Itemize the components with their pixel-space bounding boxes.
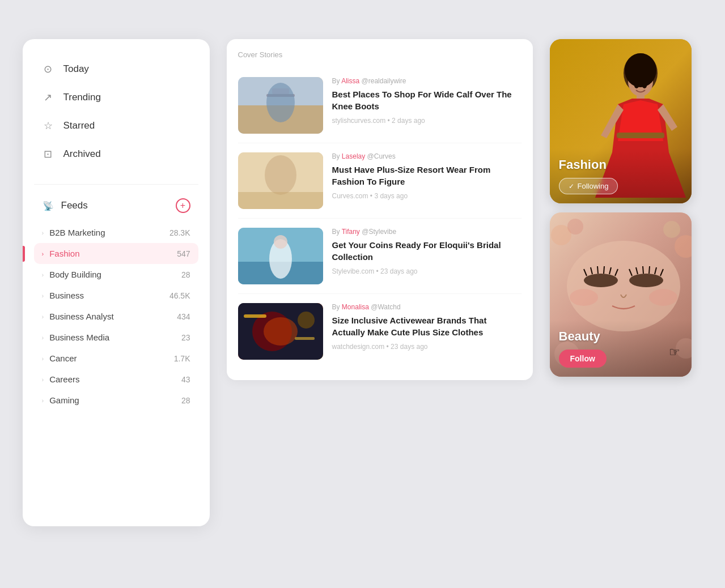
feed-count: 28 xyxy=(181,270,190,279)
svg-point-17 xyxy=(298,312,315,329)
chevron-right-icon: › xyxy=(42,271,44,278)
feed-item-business[interactable]: › Business 46.5K xyxy=(34,285,198,306)
feed-item-bodybuilding[interactable]: › Body Building 28 xyxy=(34,264,198,285)
beauty-card-name: Beauty xyxy=(559,329,682,344)
feed-name: Gaming xyxy=(49,395,181,405)
feed-name: Careers xyxy=(49,374,181,384)
cursor-icon: ☞ xyxy=(669,345,680,360)
sidebar-item-starred[interactable]: ☆ Starred xyxy=(34,113,198,139)
feed-count: 46.5K xyxy=(169,291,190,300)
following-button[interactable]: ✓ Following xyxy=(559,178,618,194)
feed-item-cancer[interactable]: › Cancer 1.7K xyxy=(34,348,198,369)
feeds-header: 📡 Feeds + xyxy=(34,194,198,218)
article-thumbnail-1 xyxy=(238,77,323,134)
feed-name: Business Media xyxy=(49,333,181,342)
feed-count: 28 xyxy=(181,396,190,405)
article-thumbnail-4 xyxy=(238,303,323,360)
svg-point-11 xyxy=(274,235,287,249)
sidebar-item-label-today: Today xyxy=(63,63,89,75)
cover-stories-card: Cover Stories By Alissa xyxy=(227,39,533,380)
chevron-right-icon: › xyxy=(42,376,44,383)
fashion-card-background: Fashion ✓ Following xyxy=(550,39,692,203)
svg-point-43 xyxy=(649,289,677,306)
feeds-title-wrap: 📡 Feeds xyxy=(42,199,88,212)
article-item[interactable]: By Laselay @Curves Must Have Plus-Size R… xyxy=(238,143,522,219)
add-feed-button[interactable]: + xyxy=(176,198,190,213)
chevron-right-icon: › xyxy=(42,292,44,299)
fashion-card-overlay: Fashion ✓ Following xyxy=(550,148,692,203)
feed-count: 1.7K xyxy=(174,354,190,363)
article-body-4: By Monalisa @Watchd Size Inclusive Activ… xyxy=(332,303,522,360)
svg-line-38 xyxy=(643,266,643,274)
article-source-4: watchdesign.com • 23 days ago xyxy=(332,343,522,351)
article-meta-4: By Monalisa @Watchd xyxy=(332,303,522,311)
divider xyxy=(34,184,198,185)
chevron-right-icon: › xyxy=(42,250,44,257)
article-title-4: Size Inclusive Activewear Brands That Ac… xyxy=(332,314,522,338)
feed-name: Business Analyst xyxy=(49,312,177,321)
check-icon: ✓ xyxy=(569,182,574,190)
starred-icon: ☆ xyxy=(42,120,54,132)
feed-name: Cancer xyxy=(49,353,174,363)
sidebar-item-label-archived: Archived xyxy=(63,148,101,160)
author-link-1[interactable]: Alissa xyxy=(341,77,359,85)
svg-point-6 xyxy=(265,155,296,195)
svg-point-42 xyxy=(570,289,598,306)
feed-item-biz-analyst[interactable]: › Business Analyst 434 xyxy=(34,306,198,327)
svg-rect-16 xyxy=(295,337,315,340)
feeds-label: Feeds xyxy=(61,200,88,211)
feed-name: Body Building xyxy=(49,270,181,279)
feed-name: B2B Marketing xyxy=(49,228,169,237)
chevron-right-icon: › xyxy=(42,397,44,404)
article-meta-2: By Laselay @Curves xyxy=(332,152,522,160)
trending-icon: ↗ xyxy=(42,91,54,104)
svg-line-33 xyxy=(604,266,604,274)
author-link-3[interactable]: Tifany xyxy=(342,228,360,236)
feeds-icon: 📡 xyxy=(42,199,54,212)
author-link-2[interactable]: Laselay xyxy=(342,152,365,160)
right-panel: Fashion ✓ Following xyxy=(550,39,697,386)
svg-rect-15 xyxy=(244,314,266,318)
article-item[interactable]: By Alissa @realdailywire Best Places To … xyxy=(238,68,522,143)
feed-item-fashion[interactable]: › Fashion 547 xyxy=(34,243,198,264)
sidebar: ⊙ Today ↗ Trending ☆ Starred ⊡ Archived … xyxy=(23,39,210,526)
svg-line-39 xyxy=(649,266,650,274)
feed-item-biz-media[interactable]: › Business Media 23 xyxy=(34,327,198,348)
sidebar-item-today[interactable]: ⊙ Today xyxy=(34,56,198,82)
chevron-right-icon: › xyxy=(42,355,44,362)
svg-rect-23 xyxy=(617,133,664,138)
today-icon: ⊙ xyxy=(42,63,54,75)
fashion-card-name: Fashion xyxy=(559,157,682,172)
feed-count: 28.3K xyxy=(169,228,190,237)
author-link-4[interactable]: Monalisa xyxy=(342,303,369,311)
active-indicator xyxy=(23,246,25,262)
article-thumbnail-3 xyxy=(238,228,323,284)
svg-point-24 xyxy=(634,83,639,88)
article-title-2: Must Have Plus-Size Resort Wear From Fas… xyxy=(332,164,522,188)
svg-rect-7 xyxy=(238,192,323,209)
cover-stories-label: Cover Stories xyxy=(238,50,522,59)
feed-item-gaming[interactable]: › Gaming 28 xyxy=(34,390,198,411)
follow-button[interactable]: Follow xyxy=(559,350,607,368)
article-source-2: Curves.com • 3 days ago xyxy=(332,192,522,200)
feed-count: 23 xyxy=(181,333,190,342)
svg-point-27 xyxy=(567,241,680,331)
sidebar-item-trending[interactable]: ↗ Trending xyxy=(34,84,198,110)
svg-point-25 xyxy=(642,83,647,88)
article-source-1: stylishcurves.com • 2 days ago xyxy=(332,117,522,125)
archived-icon: ⊡ xyxy=(42,148,54,160)
sidebar-item-archived[interactable]: ⊡ Archived xyxy=(34,141,198,167)
svg-point-21 xyxy=(625,53,656,87)
article-body-2: By Laselay @Curves Must Have Plus-Size R… xyxy=(332,152,522,209)
feed-item-b2b[interactable]: › B2B Marketing 28.3K xyxy=(34,222,198,243)
svg-point-14 xyxy=(264,317,298,346)
fashion-category-card: Fashion ✓ Following xyxy=(550,39,692,203)
feed-item-careers[interactable]: › Careers 43 xyxy=(34,369,198,390)
sidebar-nav: ⊙ Today ↗ Trending ☆ Starred ⊡ Archived xyxy=(34,56,198,167)
feed-list: › B2B Marketing 28.3K › Fashion 547 › Bo… xyxy=(34,222,198,411)
feed-count: 547 xyxy=(177,249,190,258)
article-item[interactable]: By Tifany @Stylevibe Get Your Coins Read… xyxy=(238,219,522,294)
chevron-right-icon: › xyxy=(42,334,44,341)
article-item[interactable]: By Monalisa @Watchd Size Inclusive Activ… xyxy=(238,294,522,369)
feed-name: Fashion xyxy=(49,249,177,258)
